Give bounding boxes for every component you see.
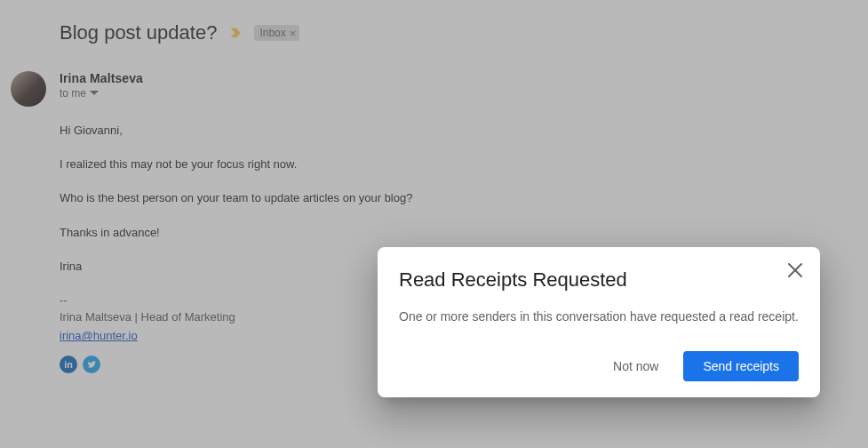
send-receipts-button[interactable]: Send receipts xyxy=(683,351,799,381)
dialog-body-text: One or more senders in this conversation… xyxy=(399,308,799,326)
dialog-actions: Not now Send receipts xyxy=(399,351,799,381)
not-now-button[interactable]: Not now xyxy=(604,351,667,381)
read-receipts-dialog: Read Receipts Requested One or more send… xyxy=(378,247,820,397)
close-icon xyxy=(787,262,803,278)
dialog-title: Read Receipts Requested xyxy=(399,268,799,292)
close-button[interactable] xyxy=(784,260,806,281)
